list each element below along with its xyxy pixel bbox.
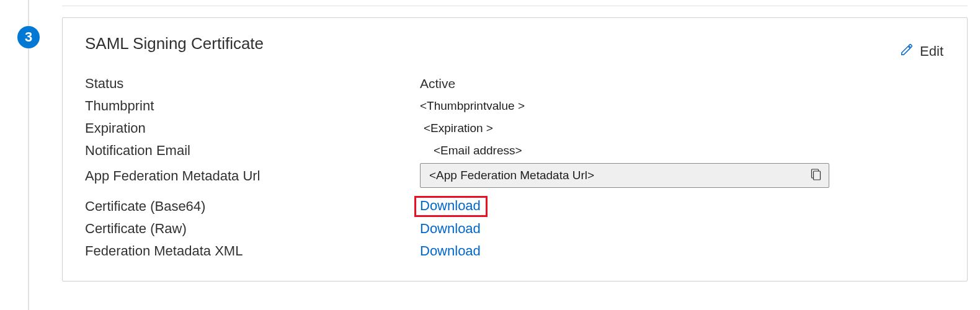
saml-signing-certificate-card: SAML Signing Certificate Edit Status Act… [62,17,968,281]
value-thumbprint: <Thumbprintvalue > [420,99,947,113]
label-status: Status [85,76,420,92]
step-number: 3 [25,29,32,45]
edit-button-label: Edit [920,43,943,60]
row-cert-raw: Certificate (Raw) Download [85,218,947,240]
top-divider [62,1,968,6]
row-thumbprint: Thumbprint <Thumbprintvalue > [85,95,947,117]
row-status: Status Active [85,73,947,95]
copy-icon [810,168,822,184]
download-cert-raw-link[interactable]: Download [420,221,481,236]
pencil-icon [900,43,914,60]
step-number-badge: 3 [17,26,40,48]
highlight-box: Download [414,196,488,217]
label-expiration: Expiration [85,120,420,136]
label-thumbprint: Thumbprint [85,98,420,114]
label-cert-raw: Certificate (Raw) [85,221,420,237]
label-cert-base64: Certificate (Base64) [85,198,420,215]
value-status: Active [420,76,947,91]
federation-url-text[interactable]: <App Federation Metadata Url> [429,169,809,182]
row-fed-metadata-xml: Federation Metadata XML Download [85,240,947,262]
row-cert-base64: Certificate (Base64) Download [85,195,947,218]
label-fed-metadata-xml: Federation Metadata XML [85,243,420,259]
card-header: SAML Signing Certificate Edit [85,34,947,56]
federation-url-field: <App Federation Metadata Url> [420,163,829,188]
value-cert-base64: Download [420,196,947,217]
svg-rect-0 [814,171,821,180]
edit-button[interactable]: Edit [896,40,947,63]
download-fed-metadata-xml-link[interactable]: Download [420,243,481,259]
label-federation-url: App Federation Metadata Url [85,168,420,184]
card-title: SAML Signing Certificate [85,34,264,53]
download-cert-base64-link[interactable]: Download [420,198,481,213]
row-expiration: Expiration <Expiration > [85,117,947,140]
value-expiration: <Expiration > [420,122,947,135]
row-notification-email: Notification Email <Email address> [85,140,947,162]
field-rows: Status Active Thumbprint <Thumbprintvalu… [85,73,947,262]
value-cert-raw: Download [420,221,947,237]
copy-url-button[interactable] [809,167,824,185]
row-federation-url: App Federation Metadata Url <App Federat… [85,162,947,190]
value-federation-url-container: <App Federation Metadata Url> [420,162,947,190]
value-notification-email: <Email address> [420,144,947,157]
value-fed-metadata-xml: Download [420,243,947,259]
label-notification-email: Notification Email [85,143,420,159]
